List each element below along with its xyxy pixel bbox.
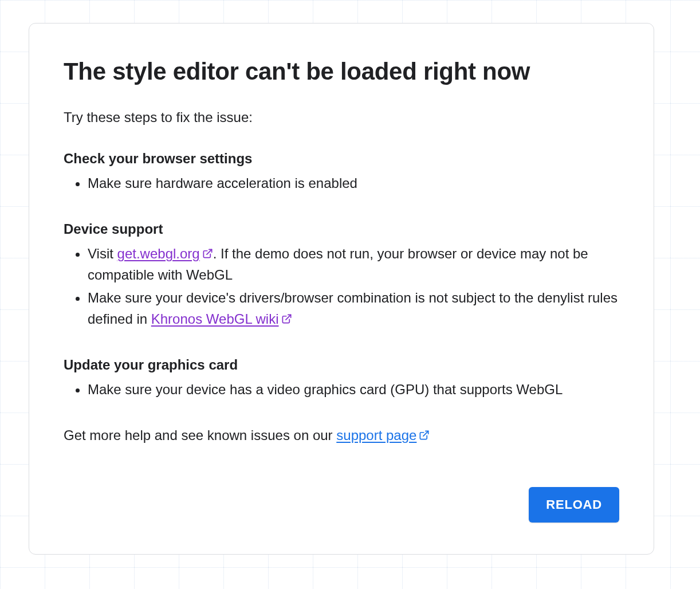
section-heading-graphics-card: Update your graphics card [64,357,619,373]
svg-line-1 [285,315,290,320]
list-item: Visit get.webgl.org. If the demo does no… [88,243,619,285]
steps-list-graphics-card: Make sure your device has a video graphi… [64,379,619,400]
list-item: Make sure your device has a video graphi… [88,379,619,400]
svg-line-0 [207,250,212,255]
button-row: RELOAD [529,487,619,523]
list-item-text: Make sure hardware acceleration is enabl… [88,175,357,191]
section-heading-browser-settings: Check your browser settings [64,151,619,167]
list-item-text: Make sure your device has a video graphi… [88,382,563,397]
link-text: Khronos WebGL wiki [151,311,279,327]
list-item: Make sure hardware acceleration is enabl… [88,172,619,194]
footer-prefix: Get more help and see known issues on ou… [64,427,336,443]
footer-text: Get more help and see known issues on ou… [64,427,619,443]
reload-button[interactable]: RELOAD [529,487,619,523]
support-page-link[interactable]: support page [336,427,430,443]
external-link-icon [281,313,292,324]
svg-line-2 [423,431,428,437]
section-heading-device-support: Device support [64,221,619,237]
link-text: get.webgl.org [117,246,200,261]
steps-list-browser-settings: Make sure hardware acceleration is enabl… [64,172,619,194]
external-link-icon [202,248,213,259]
steps-list-device-support: Visit get.webgl.org. If the demo does no… [64,243,619,329]
webgl-link[interactable]: get.webgl.org [117,246,213,261]
list-item-prefix: Visit [88,246,117,261]
intro-text: Try these steps to fix the issue: [64,109,619,125]
page-title: The style editor can't be loaded right n… [64,58,619,85]
link-text: support page [336,427,416,443]
external-link-icon [419,430,430,441]
khronos-wiki-link[interactable]: Khronos WebGL wiki [151,311,292,327]
error-card: The style editor can't be loaded right n… [29,23,654,555]
list-item: Make sure your device's drivers/browser … [88,287,619,329]
